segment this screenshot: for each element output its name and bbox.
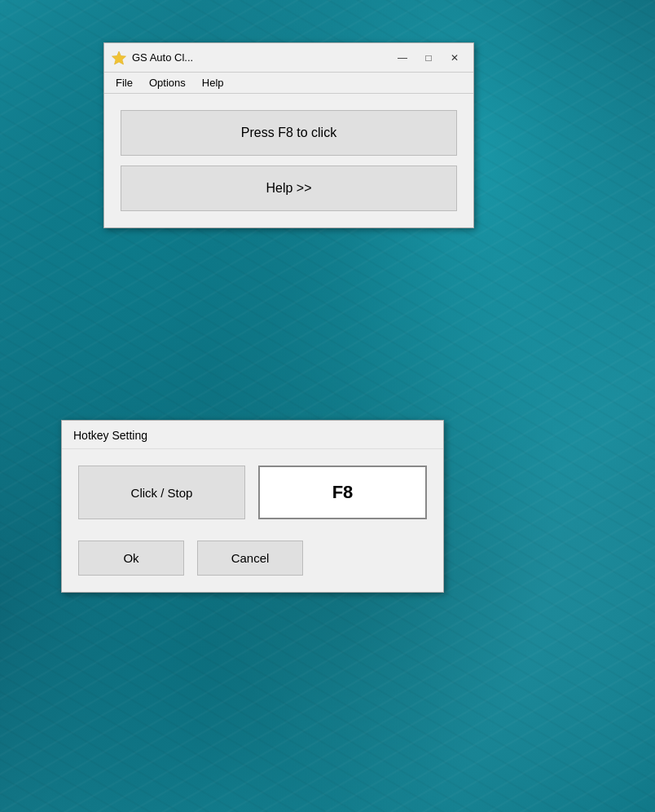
dialog-title: Hotkey Setting (62, 421, 443, 449)
app-icon (111, 50, 127, 66)
click-stop-button[interactable]: Click / Stop (78, 466, 245, 519)
hotkey-value-button[interactable]: F8 (258, 466, 427, 519)
hotkey-row: Click / Stop F8 (78, 466, 427, 519)
menu-options[interactable]: Options (141, 74, 194, 91)
menu-file[interactable]: File (108, 74, 141, 91)
dialog-actions: Ok Cancel (62, 541, 443, 576)
menu-help[interactable]: Help (194, 74, 232, 91)
minimize-button[interactable]: — (390, 49, 415, 67)
cancel-button[interactable]: Cancel (197, 541, 303, 576)
menu-bar: File Options Help (104, 73, 473, 94)
close-button[interactable]: ✕ (442, 49, 467, 67)
title-bar: GS Auto Cl... — □ ✕ (104, 43, 473, 73)
press-f8-button[interactable]: Press F8 to click (121, 110, 457, 156)
dialog-body: Click / Stop F8 (62, 449, 443, 541)
ok-button[interactable]: Ok (78, 541, 184, 576)
window-body: Press F8 to click Help >> (104, 94, 473, 227)
main-window: GS Auto Cl... — □ ✕ File Options Help Pr… (103, 42, 474, 228)
star-icon (111, 50, 127, 66)
window-title: GS Auto Cl... (132, 51, 390, 64)
help-button[interactable]: Help >> (121, 165, 457, 211)
window-controls: — □ ✕ (390, 49, 467, 67)
hotkey-dialog: Hotkey Setting Click / Stop F8 Ok Cancel (61, 420, 444, 593)
maximize-button[interactable]: □ (416, 49, 441, 67)
